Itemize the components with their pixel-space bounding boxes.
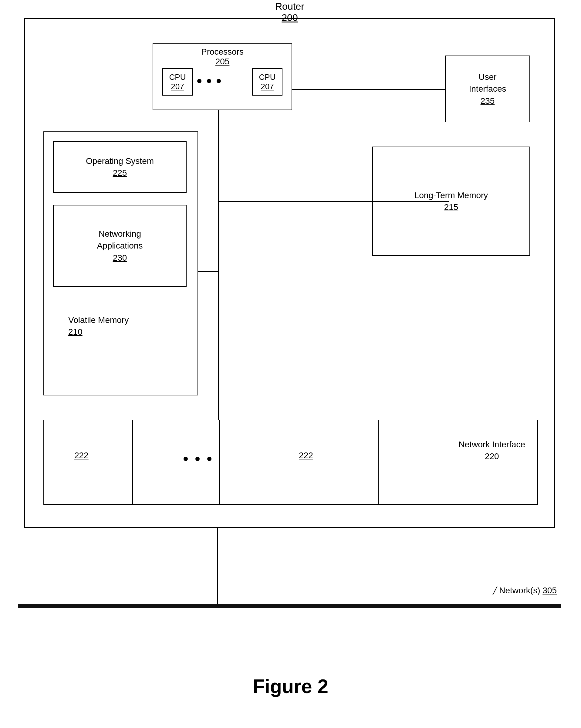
os-label: Operating System 225 <box>86 155 154 179</box>
ni-port-divider-right <box>378 420 379 505</box>
vertical-line-center <box>218 110 219 453</box>
os-box: Operating System 225 <box>53 141 187 193</box>
volatile-memory-label: Volatile Memory 210 <box>68 314 129 338</box>
page-container: Router 200 Processors 205 CPU 207 <box>0 0 581 728</box>
cpu-dots <box>197 79 221 83</box>
figure-label: Figure 2 <box>253 675 328 698</box>
router-box: Router 200 Processors 205 CPU 207 <box>24 18 555 528</box>
dot-3 <box>217 79 221 83</box>
networks-label: ╱ Network(s) 305 <box>493 586 557 595</box>
processors-label: Processors 205 <box>201 47 244 67</box>
user-interfaces-box: User Interfaces 235 <box>445 55 530 122</box>
ni-222-left: 222 <box>74 451 88 460</box>
processors-box: Processors 205 CPU 207 CPU 207 <box>153 44 292 110</box>
ni-dot-2 <box>195 457 200 461</box>
user-interfaces-label: User Interfaces 235 <box>469 71 506 107</box>
ni-port-divider-left <box>132 420 133 505</box>
ni-dot-1 <box>184 457 188 461</box>
left-stack-box: Operating System 225 Networking Applicat… <box>44 131 198 395</box>
dot-1 <box>197 79 202 83</box>
vertical-line-bottom <box>217 528 218 607</box>
cpu-right-box: CPU 207 <box>252 68 283 96</box>
ni-dots <box>184 457 211 461</box>
networking-box: Networking Applications 230 <box>53 205 187 287</box>
vertical-line-ni <box>219 420 220 505</box>
cpu-left-box: CPU 207 <box>162 68 193 96</box>
router-title: Router <box>275 1 304 12</box>
networks-arrow-icon: ╱ <box>493 587 499 595</box>
ni-dot-3 <box>207 457 211 461</box>
ni-label: Network Interface 220 <box>459 439 525 462</box>
hline-center-to-ltm <box>219 201 449 202</box>
router-number: 200 <box>275 12 304 23</box>
networking-label: Networking Applications 230 <box>97 228 143 264</box>
cpu-left-label: CPU 207 <box>169 73 186 92</box>
network-interface-box: 222 222 Network Interface 220 <box>44 420 538 505</box>
hline-stack-to-center <box>198 271 219 272</box>
dot-2 <box>207 79 211 83</box>
ni-222-right: 222 <box>299 451 313 460</box>
router-label: Router 200 <box>275 1 304 23</box>
network-line <box>18 604 561 608</box>
cpu-right-label: CPU 207 <box>259 73 276 92</box>
